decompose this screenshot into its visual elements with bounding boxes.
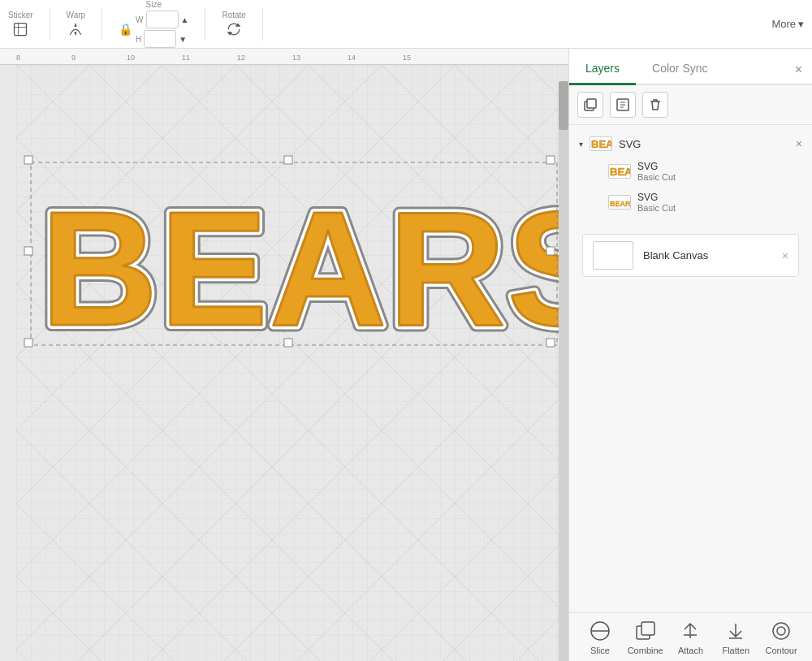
sticker-label: Sticker [8, 11, 33, 19]
lock-icon: 🔒 [119, 23, 132, 36]
svg-rect-19 [284, 156, 292, 164]
tab-color-sync[interactable]: Color Sync [636, 54, 723, 85]
contour-button[interactable]: Contour [761, 620, 801, 655]
divider-2 [102, 8, 102, 41]
layer-group-thumb: BEARS [590, 136, 612, 151]
combine-icon [634, 620, 657, 642]
layer-item-2-text: SVG Basic Cut [637, 192, 676, 213]
duplicate-button[interactable] [577, 92, 603, 118]
divider-4 [262, 8, 263, 41]
ruler-tick-11: 11 [182, 54, 190, 62]
warp-tool[interactable]: Warp [67, 11, 86, 37]
ruler-tick-15: 15 [403, 54, 411, 62]
flatten-icon [724, 620, 747, 642]
more-button[interactable]: More ▾ [771, 18, 804, 30]
layer-group-name: SVG [619, 138, 641, 150]
divider-3 [205, 8, 205, 41]
ruler-tick-12: 12 [237, 54, 245, 62]
right-panel: Layers Color Sync × [568, 49, 812, 661]
svg-rect-10 [16, 65, 568, 661]
combine-button[interactable]: Combine [625, 620, 666, 655]
ruler-tick-8: 8 [16, 54, 20, 62]
layer-group-close-icon[interactable]: × [796, 137, 802, 150]
rotate-label: Rotate [222, 11, 245, 19]
blank-canvas-close-icon[interactable]: × [782, 249, 788, 262]
canvas-area[interactable]: 8 9 10 11 12 13 14 15 [0, 49, 568, 661]
layer-item-1-thumb: BEARS [608, 164, 631, 179]
more-label: More [771, 18, 796, 30]
layers-list[interactable]: ▾ BEARS SVG × BEARS [569, 125, 812, 612]
divider-1 [50, 8, 50, 41]
slice-label: Slice [590, 646, 610, 655]
top-toolbar: Sticker Warp Size 🔒 W [0, 0, 812, 49]
canvas-svg: BEARS BEARS BEARS [16, 65, 568, 661]
chevron-down-icon: ▾ [579, 140, 583, 149]
svg-text:BEARS: BEARS [41, 178, 568, 359]
svg-rect-22 [546, 247, 555, 255]
height-down-icon[interactable]: ▼ [179, 35, 187, 44]
svg-marker-2 [75, 32, 77, 36]
main-content: 8 9 10 11 12 13 14 15 [0, 49, 812, 661]
width-input[interactable] [146, 11, 179, 28]
size-inputs: 🔒 W ▲ H ▼ [119, 11, 188, 48]
panel-close-icon[interactable]: × [785, 56, 812, 84]
svg-rect-18 [546, 339, 555, 347]
bottom-toolbar: Slice Combine [569, 612, 812, 661]
sticker-icon[interactable] [12, 21, 28, 37]
delete-button[interactable] [642, 92, 668, 118]
size-tool: Size 🔒 W ▲ H ▼ [119, 0, 188, 48]
layer-item-1[interactable]: BEARS SVG Basic Cut [569, 156, 812, 187]
attach-label: Attach [678, 646, 703, 655]
layer-item-2[interactable]: BEARS SVG Basic Cut [569, 187, 812, 218]
scrollbar-thumb[interactable] [559, 81, 568, 130]
ruler-tick-10: 10 [127, 54, 135, 62]
layer-item-2-sub: Basic Cut [637, 203, 676, 213]
ruler-tick-9: 9 [71, 54, 76, 62]
layer-group-svg: ▾ BEARS SVG × BEARS [569, 132, 812, 218]
ruler-tick-13: 13 [292, 54, 300, 62]
height-input[interactable] [144, 30, 176, 48]
svg-text:BEARS: BEARS [591, 138, 611, 150]
attach-button[interactable]: Attach [670, 620, 710, 655]
ruler-horizontal: 8 9 10 11 12 13 14 15 [0, 49, 568, 65]
svg-rect-16 [546, 156, 555, 164]
sticker-tool[interactable]: Sticker [8, 11, 33, 37]
svg-rect-15 [24, 156, 32, 164]
layer-item-2-thumb: BEARS [608, 195, 631, 210]
canvas-inner[interactable]: BEARS BEARS BEARS [16, 65, 568, 661]
panel-toolbar [569, 85, 812, 125]
blank-canvas-label: Blank Canvas [643, 249, 708, 261]
copy-button[interactable] [610, 92, 636, 118]
layer-group-header[interactable]: ▾ BEARS SVG × [569, 132, 812, 156]
flatten-label: Flatten [722, 646, 749, 655]
svg-rect-0 [15, 24, 27, 36]
layer-item-1-name: SVG [637, 161, 676, 172]
svg-rect-21 [24, 247, 32, 255]
svg-marker-1 [75, 23, 77, 27]
svg-rect-32 [641, 622, 654, 635]
more-dropdown-icon: ▾ [798, 18, 804, 30]
blank-canvas-area: Blank Canvas × [569, 224, 812, 287]
rotate-tool[interactable]: Rotate [222, 11, 245, 37]
blank-canvas-box[interactable]: Blank Canvas × [582, 234, 799, 277]
size-label: Size [146, 0, 162, 9]
flatten-button[interactable]: Flatten [715, 620, 756, 655]
combine-label: Combine [628, 646, 663, 655]
layer-item-2-name: SVG [637, 192, 676, 203]
svg-point-35 [777, 627, 785, 635]
width-up-icon[interactable]: ▲ [181, 15, 189, 24]
contour-icon [770, 620, 793, 642]
layer-item-1-text: SVG Basic Cut [637, 161, 676, 182]
warp-label: Warp [67, 11, 86, 19]
tab-layers[interactable]: Layers [569, 54, 636, 85]
blank-canvas-thumb [593, 241, 633, 270]
slice-button[interactable]: Slice [580, 620, 620, 655]
slice-icon [589, 620, 611, 642]
svg-text:BEARS: BEARS [610, 166, 630, 178]
svg-rect-20 [284, 339, 292, 347]
vertical-scrollbar[interactable] [559, 81, 568, 661]
rotate-icon[interactable] [226, 21, 242, 37]
svg-rect-24 [587, 99, 596, 108]
warp-icon[interactable] [67, 21, 84, 37]
ruler-tick-14: 14 [348, 54, 356, 62]
